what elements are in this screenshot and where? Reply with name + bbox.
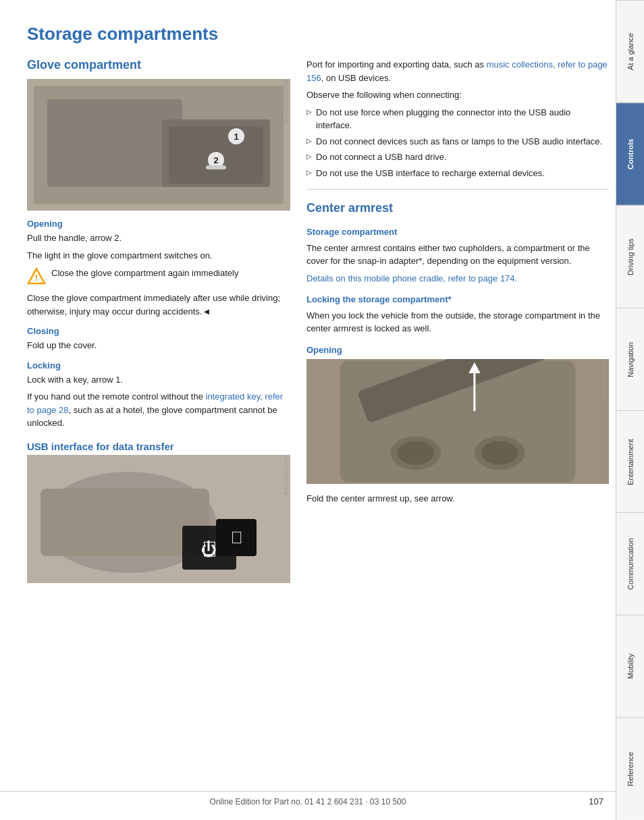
usb-bullet-3: Do not connect a USB hard drive. <box>306 151 609 164</box>
usb-bullet-2: Do not connect devices such as fans or l… <box>306 135 609 148</box>
glove-compartment-heading: Glove compartment <box>27 58 290 72</box>
locking-text2-part1: If you hand out the remote control witho… <box>27 391 206 402</box>
page-container: Storage compartments Glove compartment <box>0 0 644 820</box>
usb-observe-text: Observe the following when connecting: <box>306 88 609 102</box>
armrest-image-placeholder: MVO1TL1R/AM <box>306 359 609 484</box>
page-number: 107 <box>589 796 603 807</box>
svg-rect-9 <box>206 165 226 169</box>
armrest-opening-heading: Opening <box>306 344 609 357</box>
svg-point-27 <box>397 441 434 465</box>
left-column: Glove compartment <box>27 58 290 591</box>
usb-bullet-4: Do not use the USB interface to recharge… <box>306 167 609 180</box>
sidebar-tab-mobility[interactable]: Mobility <box>616 615 644 717</box>
usb-text1: Port for importing and exporting data, s… <box>306 58 609 84</box>
svg-text:2: 2 <box>213 155 218 165</box>
storage-compartment-link: Details on this mobile phone cradle, ref… <box>306 272 609 285</box>
center-armrest-heading: Center armrest <box>306 199 609 217</box>
warning-icon: ! <box>27 267 46 286</box>
sidebar-tab-reference[interactable]: Reference <box>616 717 644 820</box>
section-divider <box>306 189 609 190</box>
usb-bullet-1: Do not use force when plugging the conne… <box>306 106 609 132</box>
sidebar-tab-controls[interactable]: Controls <box>616 103 644 205</box>
glove-image-watermark: MVO1RG030/AM <box>284 79 288 124</box>
two-column-layout: Glove compartment <box>27 58 609 591</box>
closing-text: Fold up the cover. <box>27 339 290 352</box>
sidebar-tab-driving-tips[interactable]: Driving tips <box>616 205 644 308</box>
page-title: Storage compartments <box>27 24 609 45</box>
usb-image-placeholder: ⎕ ⏻ ⎕ MVC94PC0/AM <box>27 455 290 583</box>
main-content: Storage compartments Glove compartment <box>0 0 616 820</box>
locking-heading: Locking <box>27 360 290 371</box>
center-armrest-image: MVO1TL1R/AM <box>306 359 609 484</box>
sidebar-tab-at-a-glance[interactable]: At a glance <box>616 0 644 103</box>
locking-text1: Lock with a key, arrow 1. <box>27 373 290 387</box>
page-footer: Online Edition for Part no. 01 41 2 604 … <box>0 791 616 807</box>
usb-interface-image: ⎕ ⏻ ⎕ MVC94PC0/AM <box>27 455 290 583</box>
usb-icon-box: ⎕ <box>216 519 257 556</box>
usb-text-part1: Port for importing and exporting data, s… <box>306 59 487 70</box>
mobile-phone-cradle-link[interactable]: Details on this mobile phone cradle, ref… <box>306 273 517 283</box>
sidebar-tab-entertainment[interactable]: Entertainment <box>616 410 644 513</box>
right-column: Port for importing and exporting data, s… <box>306 58 609 591</box>
right-sidebar: At a glance Controls Driving tips Naviga… <box>616 0 644 820</box>
closing-heading: Closing <box>27 326 290 336</box>
opening-text2: The light in the glove compartment switc… <box>27 249 290 263</box>
locking-storage-text: When you lock the vehicle from the outsi… <box>306 309 609 335</box>
glove-compartment-image: 1 2 MVO1RG030/AM <box>27 79 290 211</box>
opening-heading: Opening <box>27 219 290 229</box>
armrest-opening-text: Fold the center armrest up, see arrow. <box>306 492 609 505</box>
warning-text: Close the glove compartment again immedi… <box>51 267 238 280</box>
usb-image-watermark: MVC94PC0/AM <box>284 455 288 495</box>
locking-storage-heading: Locking the storage compartment* <box>306 293 609 306</box>
closing-accident-text: Close the glove compartment immediately … <box>27 292 290 318</box>
locking-text2: If you hand out the remote control witho… <box>27 390 290 430</box>
warning-box: ! Close the glove compartment again imme… <box>27 267 290 286</box>
sidebar-tab-navigation[interactable]: Navigation <box>616 308 644 410</box>
usb-symbol: ⎕ <box>232 528 241 546</box>
storage-compartment-heading: Storage compartment <box>306 225 609 239</box>
armrest-image-watermark: MVO1TL1R/AM <box>600 359 608 400</box>
glove-image-placeholder: 1 2 MVO1RG030/AM <box>27 79 290 211</box>
svg-text:1: 1 <box>234 132 238 142</box>
usb-heading: USB interface for data transfer <box>27 441 290 452</box>
usb-bullet-list: Do not use force when plugging the conne… <box>306 106 609 180</box>
svg-point-28 <box>481 441 518 465</box>
storage-compartment-text: The center armrest contains either two c… <box>306 242 609 268</box>
opening-text1: Pull the handle, arrow 2. <box>27 231 290 245</box>
usb-text-part2: , on USB devices. <box>321 73 391 83</box>
footer-text: Online Edition for Part no. 01 41 2 604 … <box>210 797 406 807</box>
sidebar-tab-communication[interactable]: Communication <box>616 512 644 615</box>
svg-text:⏻: ⏻ <box>201 540 217 558</box>
svg-text:!: ! <box>35 273 38 283</box>
